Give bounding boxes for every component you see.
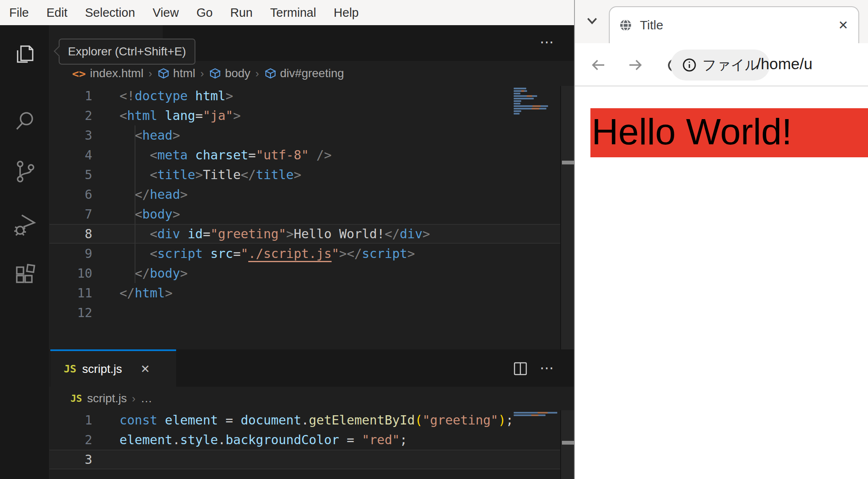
minimap-line (514, 93, 520, 94)
line-number: 7 (49, 204, 92, 224)
code-line[interactable]: 8 <div id="greeting">Hello World!</div> (49, 224, 560, 244)
scrollbar-js[interactable] (560, 410, 575, 479)
browser-tab-strip: Title ✕ (575, 0, 868, 43)
code-editor-js[interactable]: 1const element = document.getElementById… (49, 410, 560, 469)
line-number: 3 (49, 450, 92, 469)
line-number: 6 (49, 185, 92, 204)
menu-item-run[interactable]: Run (221, 6, 261, 20)
minimap-line (514, 95, 537, 97)
line-number: 4 (49, 145, 92, 165)
back-icon[interactable] (589, 56, 608, 76)
code-line[interactable]: 7 <body> (49, 204, 560, 224)
minimap-line (514, 110, 521, 112)
code-line[interactable]: 4 <meta charset="utf-8" /> (49, 145, 560, 165)
explorer-tooltip: Explorer (Ctrl+Shift+E) (59, 39, 195, 65)
tab-script-js[interactable]: JS script.js ✕ (50, 349, 176, 387)
line-number: 10 (49, 263, 92, 283)
code-line[interactable]: 2element.style.backgroundColor = "red"; (49, 430, 560, 450)
scrollbar-marker (562, 161, 575, 164)
minimap-line (514, 88, 526, 89)
html-file-icon: <> (72, 67, 86, 80)
menu-item-terminal[interactable]: Terminal (261, 6, 325, 20)
info-icon (681, 57, 697, 73)
explorer-icon[interactable] (0, 33, 49, 72)
scrollbar-html[interactable] (560, 86, 575, 349)
minimap-line (514, 414, 546, 416)
indent-guide (135, 125, 135, 283)
symbol-cube-icon (157, 67, 170, 80)
tab-list-chevron-icon[interactable] (582, 11, 602, 32)
breadcrumb-separator: › (255, 67, 259, 80)
browser-toolbar: ファイル /home/u (575, 43, 868, 86)
line-number: 2 (49, 106, 92, 125)
code-line[interactable]: 6 </head> (49, 185, 560, 204)
code-line[interactable]: 1<!doctype html> (49, 86, 560, 106)
scrollbar-marker (562, 441, 575, 445)
run-debug-icon[interactable] (0, 205, 49, 243)
minimap-line (514, 100, 521, 102)
menu-item-file[interactable]: File (7, 6, 38, 20)
code-line[interactable]: 11</html> (49, 283, 560, 303)
source-control-icon[interactable] (0, 152, 49, 190)
editor-actions-more-icon[interactable]: ⋯ (540, 359, 555, 376)
extensions-icon[interactable] (0, 255, 49, 294)
line-number: 2 (49, 430, 92, 450)
menu-item-help[interactable]: Help (325, 6, 368, 20)
menu-bar: FileEditSelectionViewGoRunTerminalHelp (0, 0, 575, 25)
breadcrumb-file[interactable]: JS script.js (70, 392, 127, 405)
breadcrumb-separator: › (148, 67, 152, 80)
minimap-line (514, 90, 527, 92)
breadcrumb-separator: › (200, 67, 204, 80)
greeting-div: Hello World! (590, 108, 868, 157)
breadcrumb-item[interactable]: html (157, 67, 195, 80)
minimap-line (514, 113, 520, 115)
line-number: 3 (49, 125, 92, 145)
code-line[interactable]: 1const element = document.getElementById… (49, 410, 560, 430)
menu-item-selection[interactable]: Selection (76, 6, 144, 20)
breadcrumb-item[interactable]: body (209, 67, 250, 80)
forward-icon[interactable] (626, 56, 645, 76)
minimap-js[interactable] (514, 412, 560, 417)
menu-item-view[interactable]: View (144, 6, 187, 20)
site-info-chip[interactable]: ファイル (670, 49, 770, 81)
split-editor-icon[interactable] (512, 360, 529, 380)
code-line[interactable]: 5 <title>Title</title> (49, 165, 560, 185)
code-line[interactable]: 12 (49, 303, 560, 323)
editor-tab-bar-js: JS script.js ✕ ⋯ (49, 349, 575, 387)
line-number: 1 (49, 86, 92, 106)
tab-label: script.js (82, 362, 122, 376)
code-line[interactable]: 3 <head> (49, 125, 560, 145)
browser-window: Title ✕ (574, 0, 868, 479)
code-line[interactable]: 2<html lang="ja"> (49, 106, 560, 125)
line-number: 5 (49, 165, 92, 185)
js-file-icon: JS (70, 393, 82, 404)
search-icon[interactable] (0, 102, 49, 141)
breadcrumb-file[interactable]: <> index.html (72, 67, 143, 80)
menu-item-edit[interactable]: Edit (38, 6, 76, 20)
line-number: 9 (49, 244, 92, 263)
minimap-html[interactable] (514, 88, 560, 115)
line-number: 11 (49, 283, 92, 303)
line-number: 8 (49, 225, 92, 243)
address-bar[interactable]: /home/u (756, 43, 868, 86)
tab-close-icon[interactable]: ✕ (140, 362, 150, 376)
minimap-line (514, 105, 548, 107)
breadcrumb: <> index.html ›html›body›div#greeting (49, 61, 575, 86)
browser-tab[interactable]: Title ✕ (609, 6, 859, 43)
tab-close-icon[interactable]: ✕ (838, 18, 848, 32)
breadcrumb-js: JS script.js › … (49, 387, 575, 410)
menu-item-go[interactable]: Go (187, 6, 221, 20)
globe-icon (618, 18, 633, 33)
breadcrumb-separator: › (132, 392, 136, 405)
code-line[interactable]: 9 <script src="./script.js"></script> (49, 244, 560, 263)
breadcrumb-symbol[interactable]: … (140, 392, 152, 405)
breadcrumb-item[interactable]: div#greeting (264, 67, 344, 80)
editor-actions-more-icon[interactable]: ⋯ (540, 34, 555, 50)
code-line[interactable]: 10 </body> (49, 263, 560, 283)
minimap-line (514, 108, 546, 109)
greeting-text: Hello World! (590, 108, 868, 155)
browser-tab-title: Title (640, 18, 838, 32)
code-editor-html[interactable]: 1<!doctype html>2<html lang="ja">3 <head… (49, 86, 560, 323)
code-line[interactable]: 3 (49, 450, 560, 469)
js-file-icon: JS (64, 363, 76, 375)
